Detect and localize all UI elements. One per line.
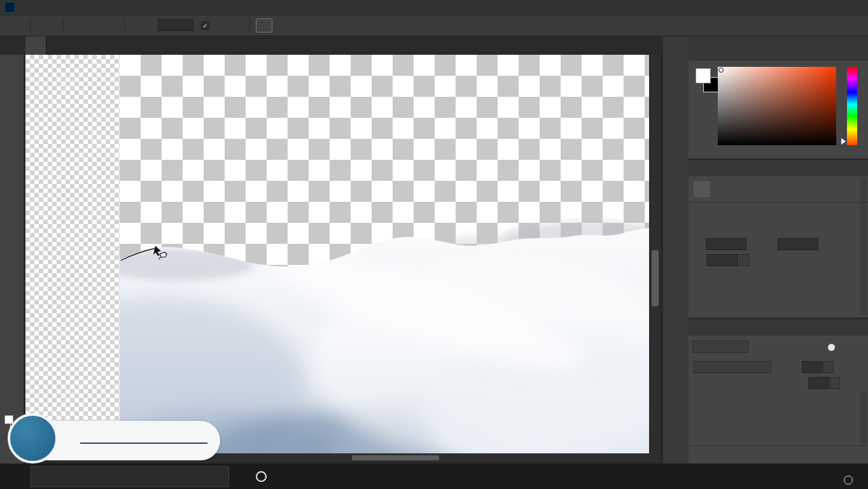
windows-taskbar xyxy=(0,464,868,489)
options-bar: ✓ xyxy=(0,15,868,36)
document-tab-bar xyxy=(0,36,662,55)
watermark xyxy=(0,413,229,464)
panel-icon-strip xyxy=(663,36,689,464)
hue-slider[interactable] xyxy=(847,67,857,145)
vertical-scrollbar[interactable] xyxy=(650,55,660,453)
anti-alias-checkbox[interactable]: ✓ xyxy=(201,22,209,30)
tool-bar xyxy=(0,55,24,464)
x-input[interactable] xyxy=(706,238,746,250)
close-button[interactable] xyxy=(846,0,868,15)
cortana-icon xyxy=(256,471,267,482)
select-and-mask-button[interactable] xyxy=(256,18,272,32)
taskbar-search[interactable] xyxy=(31,466,229,487)
properties-scrollbar[interactable] xyxy=(860,178,867,315)
system-tray xyxy=(743,464,868,489)
panel-color-swatches[interactable] xyxy=(696,68,721,94)
notification-center-button[interactable] xyxy=(843,464,868,489)
angle-input[interactable] xyxy=(706,254,738,266)
panel-column xyxy=(689,36,868,464)
color-panel xyxy=(689,36,868,159)
restore-button[interactable] xyxy=(825,0,846,15)
y-input[interactable] xyxy=(778,238,818,250)
vertical-scrollbar-thumb[interactable] xyxy=(652,250,659,306)
canvas[interactable] xyxy=(120,55,649,453)
filter-toggle-dot[interactable] xyxy=(828,344,835,351)
photoshop-logo xyxy=(4,2,15,13)
document-tab[interactable] xyxy=(25,36,46,55)
horizontal-scrollbar-thumb[interactable] xyxy=(352,455,439,460)
canvas-transparent-area[interactable] xyxy=(25,55,120,453)
tray-chevron-button[interactable] xyxy=(743,464,759,489)
blend-mode-dropdown[interactable] xyxy=(694,361,771,373)
layer-filter-kind-dropdown[interactable] xyxy=(692,341,748,353)
watermark-divider xyxy=(80,443,207,444)
panel-foreground-swatch[interactable] xyxy=(696,68,711,83)
color-field-cursor[interactable] xyxy=(718,67,724,73)
properties-panel xyxy=(689,160,868,318)
menu-bar xyxy=(0,0,868,15)
volume-button[interactable] xyxy=(774,464,789,489)
minimize-button[interactable] xyxy=(803,0,825,15)
angle-dropdown-button[interactable] xyxy=(739,254,750,266)
notification-badge xyxy=(844,476,853,485)
window-controls xyxy=(803,0,868,15)
layers-panel xyxy=(689,319,868,464)
color-field[interactable] xyxy=(718,67,836,145)
taskbar-search-input[interactable] xyxy=(46,471,199,482)
snow-image xyxy=(120,55,649,453)
photoshop-window: ✓ xyxy=(0,0,868,489)
task-view-button[interactable] xyxy=(275,464,303,489)
smart-object-icon xyxy=(694,181,710,197)
hue-slider-marker[interactable] xyxy=(841,138,846,145)
layers-scrollbar[interactable] xyxy=(860,392,867,445)
opacity-chevron[interactable] xyxy=(823,361,834,373)
feather-input[interactable] xyxy=(158,19,193,31)
cortana-button[interactable] xyxy=(247,464,275,489)
muma-logo xyxy=(8,413,58,464)
fill-input[interactable] xyxy=(808,377,829,389)
start-button[interactable] xyxy=(0,464,31,489)
network-button[interactable] xyxy=(759,464,774,489)
fill-chevron[interactable] xyxy=(830,377,840,389)
opacity-input[interactable] xyxy=(802,361,823,373)
